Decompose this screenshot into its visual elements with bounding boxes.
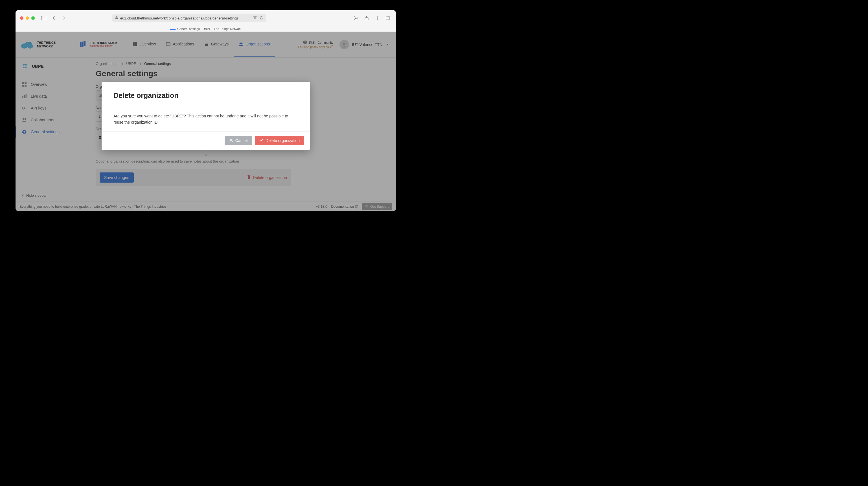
url-text: eu1.cloud.thethings.network/console/orga…: [120, 16, 239, 20]
tabs-icon[interactable]: [384, 15, 392, 22]
modal-actions: Cancel Delete organization: [101, 131, 310, 150]
lock-icon: [115, 16, 118, 20]
tab-title: General settings - UBPE - The Things Net…: [177, 27, 242, 30]
downloads-icon[interactable]: [352, 15, 359, 22]
confirm-label: Delete organization: [266, 138, 300, 143]
close-icon: [229, 138, 233, 143]
tab-bar: ▬▬ General settings - UBPE - The Things …: [16, 26, 396, 32]
svg-rect-2: [116, 18, 118, 19]
back-button[interactable]: [51, 15, 57, 22]
favicon-icon: ▬▬: [170, 27, 176, 30]
svg-rect-8: [386, 17, 390, 20]
window-controls: [20, 17, 35, 20]
refresh-icon[interactable]: [259, 16, 264, 21]
divider: [114, 107, 150, 107]
svg-rect-0: [41, 17, 46, 20]
modal-text: Are you sure you want to delete "UBPE"? …: [114, 113, 298, 126]
delete-org-modal: Delete organization Are you sure you wan…: [101, 82, 310, 150]
reader-icon[interactable]: [253, 16, 257, 20]
cancel-label: Cancel: [235, 138, 248, 143]
new-tab-icon[interactable]: [374, 15, 381, 22]
svg-rect-3: [253, 17, 256, 19]
share-icon[interactable]: [363, 15, 370, 22]
minimize-window-button[interactable]: [26, 17, 29, 20]
browser-window: eu1.cloud.thethings.network/console/orga…: [16, 10, 396, 211]
modal-overlay[interactable]: Delete organization Are you sure you wan…: [16, 32, 396, 211]
close-window-button[interactable]: [20, 17, 24, 20]
modal-title: Delete organization: [114, 91, 298, 100]
forward-button[interactable]: [61, 15, 67, 22]
confirm-delete-button[interactable]: Delete organization: [255, 136, 304, 145]
maximize-window-button[interactable]: [31, 17, 35, 20]
svg-rect-4: [254, 17, 257, 19]
browser-toolbar: eu1.cloud.thethings.network/console/orga…: [16, 10, 396, 26]
check-icon: [259, 138, 263, 143]
cancel-button[interactable]: Cancel: [225, 136, 252, 145]
address-bar[interactable]: eu1.cloud.thethings.network/console/orga…: [112, 14, 267, 22]
sidebar-toggle-icon[interactable]: [40, 15, 47, 22]
